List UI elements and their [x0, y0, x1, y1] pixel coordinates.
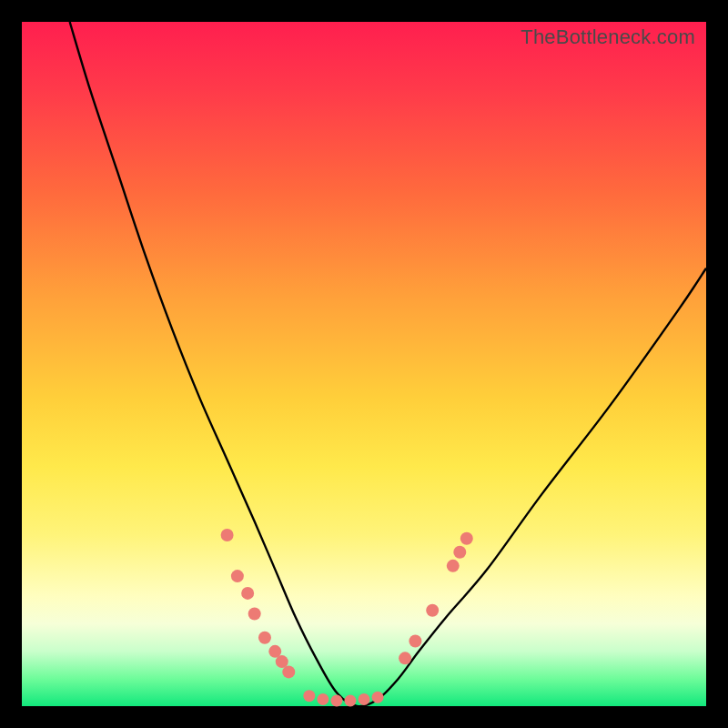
curve-layer [22, 22, 706, 706]
curve-marker [426, 604, 439, 617]
plot-area: TheBottleneck.com [22, 22, 706, 706]
curve-marker [330, 694, 342, 706]
curve-marker [241, 587, 254, 600]
curve-marker [460, 532, 473, 545]
curve-marker [303, 690, 315, 702]
curve-marker [248, 607, 261, 620]
curve-marker [359, 693, 370, 705]
curve-markers [221, 529, 473, 706]
chart-frame: TheBottleneck.com [0, 0, 728, 728]
curve-marker [231, 570, 244, 582]
curve-marker [453, 546, 466, 559]
curve-marker [282, 665, 295, 678]
curve-marker [409, 635, 421, 648]
curve-marker [447, 560, 460, 572]
curve-marker [399, 652, 411, 664]
curve-marker [317, 693, 329, 705]
curve-marker [221, 529, 234, 541]
bottleneck-curve [70, 22, 706, 706]
curve-marker [372, 692, 384, 703]
curve-marker [258, 632, 271, 644]
curve-marker [344, 694, 356, 706]
